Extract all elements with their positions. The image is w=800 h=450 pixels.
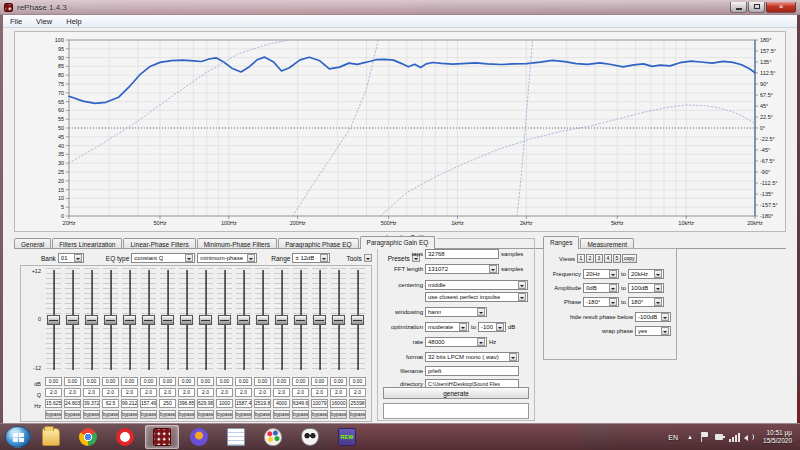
frequency-to-select[interactable]: 20kHz (628, 269, 664, 279)
menu-file[interactable]: File (3, 16, 29, 27)
taskbar-item-media-player[interactable] (293, 425, 327, 449)
eq-gain-value[interactable]: 0.00 (121, 377, 138, 386)
eq-gain-value[interactable]: 0.00 (102, 377, 119, 386)
eq-fader-handle[interactable] (142, 315, 155, 325)
eq-bypass-button[interactable]: bypass (292, 410, 309, 419)
eq-frequency-value[interactable]: 396.85 (178, 399, 195, 408)
eq-bypass-button[interactable]: bypass (273, 410, 290, 419)
eq-gain-value[interactable]: 0.00 (349, 377, 366, 386)
eq-gain-value[interactable]: 0.00 (197, 377, 214, 386)
eq-fader-handle[interactable] (351, 315, 364, 325)
eq-frequency-value[interactable]: 25398 (349, 399, 366, 408)
eq-fader-handle[interactable] (123, 315, 136, 325)
clock[interactable]: 10:51 μμ 15/5/2020 (757, 429, 800, 445)
eq-fader-handle[interactable] (85, 315, 98, 325)
eq-q-value[interactable]: 2.0 (159, 388, 176, 397)
eq-gain-value[interactable]: 0.00 (64, 377, 81, 386)
language-indicator[interactable]: EN (663, 434, 683, 441)
eq-phase-select[interactable]: minimum-phase (197, 253, 257, 263)
eq-fader-handle[interactable] (199, 315, 212, 325)
eq-gain-value[interactable]: 0.00 (292, 377, 309, 386)
eq-gain-value[interactable]: 0.00 (254, 377, 271, 386)
titlebar[interactable]: rePhase 1.4.3 × (0, 0, 800, 15)
eq-frequency-value[interactable]: 250 (159, 399, 176, 408)
eq-frequency-value[interactable]: 6349.6 (292, 399, 309, 408)
windowing-select[interactable]: hann (425, 307, 487, 317)
eq-gain-value[interactable]: 0.00 (45, 377, 62, 386)
eq-fader-handle[interactable] (294, 315, 307, 325)
taskbar-item-rew[interactable]: REW (330, 425, 364, 449)
eq-bypass-button[interactable]: bypass (159, 410, 176, 419)
eq-bypass-button[interactable]: bypass (64, 410, 81, 419)
eq-q-value[interactable]: 2.0 (83, 388, 100, 397)
optimization-db-select[interactable]: -100 (478, 322, 506, 332)
start-button[interactable] (5, 426, 31, 448)
eq-q-value[interactable]: 2.0 (235, 388, 252, 397)
eq-frequency-value[interactable]: 15.625 (45, 399, 62, 408)
eq-fader-handle[interactable] (47, 315, 60, 325)
amplitude-to-select[interactable]: 100dB (628, 283, 664, 293)
eq-gain-value[interactable]: 0.00 (330, 377, 347, 386)
eq-q-value[interactable]: 2.0 (349, 388, 366, 397)
view-button-copy[interactable]: copy (622, 254, 637, 263)
eq-bypass-button[interactable]: bypass (349, 410, 366, 419)
eq-gain-value[interactable]: 0.00 (216, 377, 233, 386)
eq-bypass-button[interactable]: bypass (178, 410, 195, 419)
eq-frequency-value[interactable]: 157.49 (140, 399, 157, 408)
minimize-button[interactable] (730, 2, 747, 13)
eq-bypass-button[interactable]: bypass (216, 410, 233, 419)
eq-frequency-value[interactable]: 629.96 (197, 399, 214, 408)
eq-q-value[interactable]: 2.0 (121, 388, 138, 397)
eq-bypass-button[interactable]: bypass (330, 410, 347, 419)
wrap-phase-select[interactable]: yes (635, 326, 671, 336)
frequency-from-select[interactable]: 20Hz (583, 269, 619, 279)
eq-bypass-button[interactable]: bypass (102, 410, 119, 419)
eq-fader-handle[interactable] (161, 315, 174, 325)
maximize-button[interactable] (748, 2, 765, 13)
menu-view[interactable]: View (29, 16, 59, 27)
power-icon[interactable] (714, 432, 725, 442)
view-button-5[interactable]: 5 (613, 254, 621, 263)
eq-gain-value[interactable]: 0.00 (178, 377, 195, 386)
hidden-icons-arrow-icon[interactable]: ▲ (685, 432, 695, 442)
format-select[interactable]: 32 bits LPCM mono ( wav) (425, 352, 519, 362)
eq-bypass-button[interactable]: bypass (197, 410, 214, 419)
volume-icon[interactable] (744, 432, 755, 442)
phase-from-select[interactable]: -180° (583, 297, 619, 307)
eq-bypass-button[interactable]: bypass (235, 410, 252, 419)
bank-select[interactable]: 01 (58, 253, 84, 263)
eq-fader-handle[interactable] (237, 315, 250, 325)
close-button[interactable]: × (766, 2, 796, 13)
menu-help[interactable]: Help (59, 16, 88, 27)
eq-fader-handle[interactable] (66, 315, 79, 325)
eq-bypass-button[interactable]: bypass (254, 410, 271, 419)
eq-frequency-value[interactable]: 10079 (311, 399, 328, 408)
taskbar-item-paint[interactable] (256, 425, 290, 449)
eq-frequency-value[interactable]: 62.5 (102, 399, 119, 408)
optimization-select[interactable]: moderate (425, 322, 469, 332)
eq-q-value[interactable]: 2.0 (311, 388, 328, 397)
eq-q-value[interactable]: 2.0 (216, 388, 233, 397)
eq-bypass-button[interactable]: bypass (140, 410, 157, 419)
view-button-3[interactable]: 3 (595, 254, 603, 263)
eq-q-value[interactable]: 2.0 (45, 388, 62, 397)
view-button-2[interactable]: 2 (586, 254, 594, 263)
taskbar-item-file-explorer[interactable] (34, 425, 68, 449)
view-button-1[interactable]: 1 (577, 254, 585, 263)
eq-fader-handle[interactable] (256, 315, 269, 325)
taskbar-item-security-app[interactable] (182, 425, 216, 449)
eq-type-select[interactable]: constant Q (131, 253, 195, 263)
eq-bypass-button[interactable]: bypass (311, 410, 328, 419)
eq-frequency-value[interactable]: 1000 (216, 399, 233, 408)
eq-gain-value[interactable]: 0.00 (235, 377, 252, 386)
eq-frequency-value[interactable]: 1587.4 (235, 399, 252, 408)
phase-to-select[interactable]: 180° (628, 297, 664, 307)
eq-q-value[interactable]: 2.0 (292, 388, 309, 397)
eq-fader-handle[interactable] (180, 315, 193, 325)
filename-input[interactable] (425, 366, 519, 376)
taskbar-item-notepad[interactable] (219, 425, 253, 449)
taskbar-item-rephase[interactable] (145, 425, 179, 449)
eq-frequency-value[interactable]: 16000 (330, 399, 347, 408)
eq-q-value[interactable]: 2.0 (330, 388, 347, 397)
eq-bypass-button[interactable]: bypass (121, 410, 138, 419)
